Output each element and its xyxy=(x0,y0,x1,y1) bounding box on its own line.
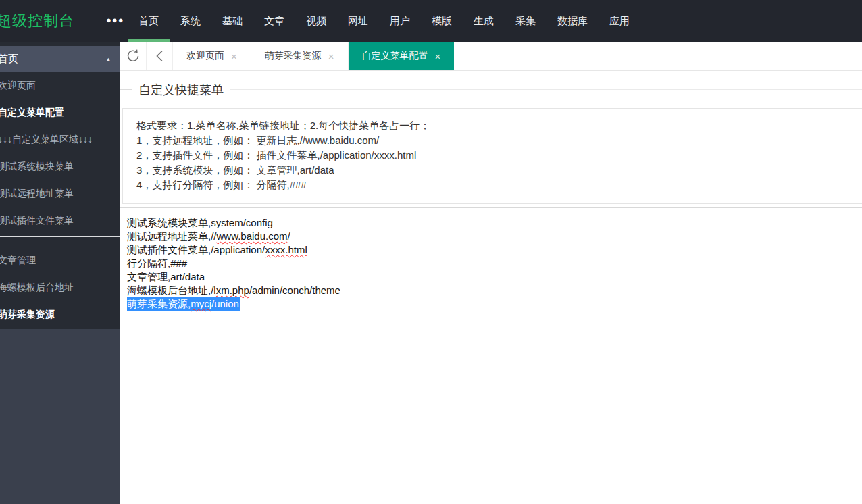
app-logo: 超级控制台 xyxy=(0,11,74,31)
nav-item-generate[interactable]: 生成 xyxy=(474,0,494,42)
nav-item-system[interactable]: 系统 xyxy=(180,0,201,42)
page-title: 自定义快捷菜单 xyxy=(138,82,224,98)
editor-text-segment: /union xyxy=(211,298,239,309)
title-divider-left xyxy=(120,89,132,90)
sidebar-item-conch-template-admin[interactable]: 海螺模板后台地址 xyxy=(0,274,120,301)
editor-text-segment: 测试系统模块菜单,system/config xyxy=(127,217,273,228)
refresh-icon xyxy=(126,49,141,64)
nav-item-template[interactable]: 模版 xyxy=(432,0,452,42)
top-navbar: 超级控制台 ●●● 首页 系统 基础 文章 视频 网址 用户 模版 生成 采集 … xyxy=(0,0,862,42)
editor-line: 行分隔符,### xyxy=(127,257,862,270)
misspelled-text: mycj xyxy=(191,298,211,309)
collapse-arrow-icon: ▲ xyxy=(105,47,111,72)
editor-text-segment: 文章管理,art/data xyxy=(127,271,205,282)
editor-text-segment: /admin/conch/theme xyxy=(249,284,340,296)
nav-item-basic[interactable]: 基础 xyxy=(222,0,243,42)
misspelled-text: www.baidu.com xyxy=(217,230,288,242)
editor-text-segment: / xyxy=(288,230,290,242)
sidebar-item-article-manage[interactable]: 文章管理 xyxy=(0,247,120,274)
top-nav-items: 首页 系统 基础 文章 视频 网址 用户 模版 生成 采集 数据库 应用 xyxy=(138,0,651,42)
nav-item-collect[interactable]: 采集 xyxy=(515,0,536,42)
page-title-row: 自定义快捷菜单 xyxy=(120,71,862,108)
editor-line: 萌芽采集资源,mycj/union xyxy=(127,297,862,311)
instruction-line: 3，支持系统模块，例如： 文章管理,art/data xyxy=(136,163,852,178)
sidebar-group-label: 首页 xyxy=(0,53,18,64)
nav-item-database[interactable]: 数据库 xyxy=(557,0,588,42)
editor-line: 海螺模板后台地址,/lxm.php/admin/conch/theme xyxy=(127,284,862,297)
editor-line: 文章管理,art/data xyxy=(127,270,862,284)
sidebar-divider xyxy=(0,236,120,237)
instruction-line: 4，支持行分隔符，例如： 分隔符,### xyxy=(136,178,852,193)
tab-custom-menu-config[interactable]: 自定义菜单配置 × xyxy=(349,42,455,70)
editor-text-segment: 萌芽采集资源, xyxy=(127,298,191,309)
selected-text: 萌芽采集资源,mycj/union xyxy=(127,297,240,311)
sidebar: 首页 ▲ 欢迎页面 自定义菜单配置 ↓↓↓自定义菜单区域↓↓↓ 测试系统模块菜单… xyxy=(0,42,120,504)
tab-label: 自定义菜单配置 xyxy=(362,50,428,62)
tab-mengya-collect[interactable]: 萌芽采集资源 × xyxy=(251,42,349,70)
editor-line: 测试插件文件菜单,/application/xxxx.html xyxy=(127,243,862,257)
tab-label: 欢迎页面 xyxy=(186,50,224,62)
nav-item-url[interactable]: 网址 xyxy=(348,0,368,42)
editor-line: 测试系统模块菜单,system/config xyxy=(127,216,862,230)
editor-text-segment: 海螺模板后台地址,/ xyxy=(127,284,213,296)
refresh-button[interactable] xyxy=(120,42,147,70)
misspelled-text: xxxx.html xyxy=(265,244,307,255)
close-icon[interactable]: × xyxy=(231,51,237,62)
editor-line: 测试远程地址菜单,//www.baidu.com/ xyxy=(127,230,862,243)
nav-item-user[interactable]: 用户 xyxy=(390,0,410,42)
nav-item-home[interactable]: 首页 xyxy=(138,0,159,42)
editor-text-segment: 测试远程地址菜单,// xyxy=(127,230,217,242)
sidebar-item-custom-menu-config[interactable]: 自定义菜单配置 xyxy=(0,99,120,126)
editor-text-segment: 测试插件文件菜单,/application/ xyxy=(127,244,265,255)
nav-item-app[interactable]: 应用 xyxy=(609,0,630,42)
sidebar-item-test-remote-url[interactable]: 测试远程地址菜单 xyxy=(0,180,120,207)
tab-bar: 欢迎页面 × 萌芽采集资源 × 自定义菜单配置 × xyxy=(120,42,862,71)
sidebar-item-test-plugin-file[interactable]: 测试插件文件菜单 xyxy=(0,207,120,234)
nav-item-video[interactable]: 视频 xyxy=(306,0,326,42)
title-divider-right xyxy=(230,89,862,90)
close-icon[interactable]: × xyxy=(328,51,334,62)
tab-label: 萌芽采集资源 xyxy=(265,50,322,62)
sidebar-item-custom-menu-zone[interactable]: ↓↓↓自定义菜单区域↓↓↓ xyxy=(0,126,120,153)
instruction-line: 格式要求：1.菜单名称,菜单链接地址；2.每个快捷菜单各占一行； xyxy=(136,118,852,133)
misspelled-text: lxm.php xyxy=(213,284,249,296)
sidebar-group-home[interactable]: 首页 ▲ xyxy=(0,46,120,72)
sidebar-item-mengya-collect[interactable]: 萌芽采集资源 xyxy=(0,301,120,328)
nav-item-article[interactable]: 文章 xyxy=(264,0,284,42)
sidebar-item-welcome[interactable]: 欢迎页面 xyxy=(0,72,120,99)
editor-text-segment: 行分隔符,### xyxy=(127,257,187,269)
instruction-line: 1，支持远程地址，例如： 更新日志,//www.baidu.com/ xyxy=(136,133,852,148)
menu-config-textarea[interactable]: 测试系统模块菜单,system/config 测试远程地址菜单,//www.ba… xyxy=(120,208,862,397)
sidebar-item-test-system-module[interactable]: 测试系统模块菜单 xyxy=(0,153,120,180)
instruction-line: 2，支持插件文件，例如： 插件文件菜单,/application/xxxx.ht… xyxy=(136,148,852,163)
tab-welcome[interactable]: 欢迎页面 × xyxy=(173,42,251,70)
sidebar-menu: 首页 ▲ 欢迎页面 自定义菜单配置 ↓↓↓自定义菜单区域↓↓↓ 测试系统模块菜单… xyxy=(0,42,120,329)
close-icon[interactable]: × xyxy=(435,51,441,62)
back-button[interactable] xyxy=(147,42,173,70)
format-instructions-box: 格式要求：1.菜单名称,菜单链接地址；2.每个快捷菜单各占一行； 1，支持远程地… xyxy=(122,108,862,204)
main-content: 自定义快捷菜单 格式要求：1.菜单名称,菜单链接地址；2.每个快捷菜单各占一行；… xyxy=(120,71,862,504)
back-chevron-icon xyxy=(155,50,163,62)
more-icon[interactable]: ●●● xyxy=(106,15,124,25)
